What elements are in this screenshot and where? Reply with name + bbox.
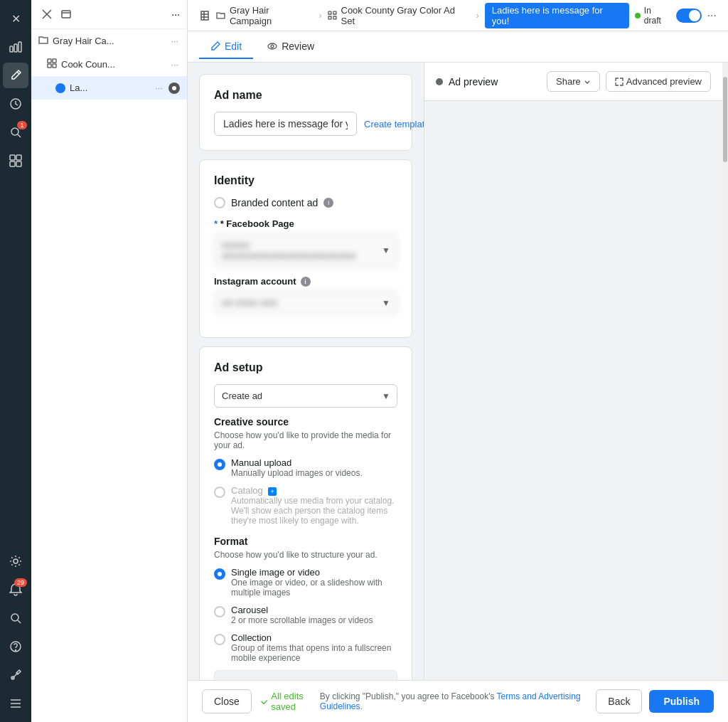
- bottom-right: Back Publish: [596, 689, 714, 713]
- manual-upload-desc: Manually upload images or videos.: [231, 468, 363, 478]
- catalog-desc: Automatically use media from your catalo…: [231, 496, 397, 526]
- top-bar-more[interactable]: ···: [707, 9, 717, 22]
- ad-name-input[interactable]: [214, 112, 357, 136]
- collection-option[interactable]: Collection Group of items that opens int…: [214, 632, 397, 663]
- expand-preview-icon: [615, 78, 623, 86]
- instagram-blurred: ■■ ■■■■ ■■■: [214, 291, 397, 314]
- back-button[interactable]: Back: [596, 689, 642, 713]
- share-button[interactable]: Share: [547, 71, 600, 92]
- facebook-page-select-wrapper: ■■■■■ ■■■■■■■■■■■■■■■■■■■■■■■■ ▼: [214, 233, 397, 267]
- svg-rect-23: [333, 16, 336, 19]
- tree-item-ladies[interactable]: La... ···: [31, 76, 187, 100]
- create-ad-select[interactable]: Create ad: [214, 384, 397, 408]
- search-icon[interactable]: 1: [3, 120, 28, 145]
- ad-setup-card: Ad setup Create ad ▼ Creative source Cho…: [199, 346, 412, 680]
- catalog-option[interactable]: Catalog + Automatically use media from y…: [214, 485, 397, 526]
- svg-rect-1: [14, 44, 17, 52]
- ladies-badge: [168, 83, 180, 94]
- ladies-more[interactable]: ···: [154, 81, 164, 95]
- breadcrumb-gray-hair[interactable]: Gray Hair Campaign: [216, 5, 314, 26]
- notification-badge: 1: [17, 121, 27, 129]
- ad-setup-title: Ad setup: [214, 361, 397, 374]
- search2-icon[interactable]: [3, 605, 28, 631]
- carousel-option[interactable]: Carousel 2 or more scrollable images or …: [214, 605, 397, 625]
- facebook-page-blurred: ■■■■■ ■■■■■■■■■■■■■■■■■■■■■■■■: [214, 233, 397, 267]
- scroll-thumb[interactable]: [723, 77, 727, 162]
- folder-icon: [38, 35, 48, 47]
- catalog-label: Catalog +: [231, 485, 397, 496]
- branded-content-info[interactable]: i: [323, 198, 333, 208]
- cook-county-label: Cook Coun...: [61, 59, 165, 70]
- single-image-label: Single image or video: [231, 567, 397, 578]
- collection-content: Collection Group of items that opens int…: [231, 632, 397, 663]
- catalog-radio[interactable]: [214, 487, 225, 498]
- ad-name-card: Ad name Create template: [199, 74, 412, 151]
- tree-item-gray-hair[interactable]: Gray Hair Ca... ···: [31, 29, 187, 53]
- svg-rect-8: [16, 161, 21, 166]
- cook-county-more[interactable]: ···: [169, 58, 180, 71]
- tab-edit[interactable]: Edit: [199, 35, 253, 59]
- carousel-radio[interactable]: [214, 606, 225, 617]
- breadcrumb-current[interactable]: Ladies here is message for you!: [485, 3, 629, 28]
- catalog-content: Catalog + Automatically use media from y…: [231, 485, 397, 526]
- ad-name-title: Ad name: [214, 89, 397, 102]
- clock-icon[interactable]: [3, 91, 28, 117]
- tree-item-cook-county[interactable]: Cook Coun... ···: [31, 53, 187, 76]
- breadcrumb-cook-county[interactable]: Cook County Gray Color Ad Set: [328, 5, 471, 26]
- close-icon[interactable]: ✕: [3, 6, 28, 31]
- svg-rect-7: [10, 161, 15, 166]
- list-icon[interactable]: [3, 691, 28, 716]
- close-button[interactable]: Close: [202, 689, 252, 713]
- svg-rect-18: [53, 64, 56, 68]
- breadcrumb-sep-1: ›: [319, 11, 322, 21]
- carousel-content: Carousel 2 or more scrollable images or …: [231, 605, 373, 625]
- svg-rect-16: [53, 59, 56, 63]
- collection-radio[interactable]: [214, 634, 225, 645]
- svg-rect-22: [328, 16, 331, 19]
- creative-source-title: Creative source: [214, 416, 397, 428]
- branded-content-radio[interactable]: [214, 197, 225, 208]
- main-content: Gray Hair Campaign › Cook County Gray Co…: [188, 0, 728, 722]
- ad-icon: [55, 83, 65, 93]
- svg-rect-14: [62, 11, 70, 18]
- svg-point-25: [271, 45, 274, 48]
- collection-desc: Group of items that opens into a fullscr…: [231, 643, 397, 663]
- status-badge: In draft: [635, 6, 670, 26]
- tools-icon[interactable]: [3, 662, 28, 688]
- draft-toggle[interactable]: [676, 9, 702, 23]
- checkmark-icon: [260, 696, 268, 706]
- advanced-preview-button[interactable]: Advanced preview: [606, 71, 711, 92]
- create-template-link[interactable]: Create template: [364, 119, 424, 129]
- notification-icon[interactable]: 29: [3, 577, 28, 602]
- scroll-track[interactable]: [722, 63, 728, 680]
- single-image-content: Single image or video One image or video…: [231, 567, 397, 598]
- instagram-info[interactable]: i: [301, 277, 311, 287]
- single-image-desc: One image or video, or a slideshow with …: [231, 578, 397, 598]
- gray-hair-more[interactable]: ···: [169, 34, 180, 48]
- instagram-label-text: Instagram account: [214, 276, 296, 287]
- breadcrumb-gray-hair-label: Gray Hair Campaign: [230, 5, 314, 26]
- chart-icon[interactable]: [3, 34, 28, 60]
- publish-button[interactable]: Publish: [649, 690, 714, 713]
- tab-review[interactable]: Review: [256, 35, 326, 59]
- sidebar: ✕ 1 29: [0, 0, 31, 722]
- help-icon[interactable]: [3, 634, 28, 659]
- share-label: Share: [556, 76, 581, 87]
- settings-icon[interactable]: [3, 548, 28, 574]
- panel-more-button[interactable]: ···: [171, 9, 180, 20]
- manual-upload-option[interactable]: Manual upload Manually upload images or …: [214, 457, 397, 478]
- single-image-radio[interactable]: [214, 568, 225, 580]
- adset-icon: [47, 58, 57, 70]
- panel-close-button[interactable]: [38, 6, 55, 23]
- preview-dot: [436, 78, 443, 85]
- grid-icon[interactable]: [3, 148, 28, 174]
- single-image-option[interactable]: Single image or video One image or video…: [214, 567, 397, 598]
- collection-label: Collection: [231, 632, 397, 643]
- breadcrumb-panel-toggle[interactable]: [199, 10, 210, 21]
- status-text: In draft: [644, 6, 670, 26]
- manual-upload-radio[interactable]: [214, 459, 225, 470]
- pencil-icon[interactable]: [3, 63, 28, 88]
- bottom-bar: Close All edits saved By clicking "Publi…: [188, 680, 728, 722]
- preview-area: [424, 101, 722, 680]
- preview-header: Ad preview Share Advanced preview: [424, 63, 722, 101]
